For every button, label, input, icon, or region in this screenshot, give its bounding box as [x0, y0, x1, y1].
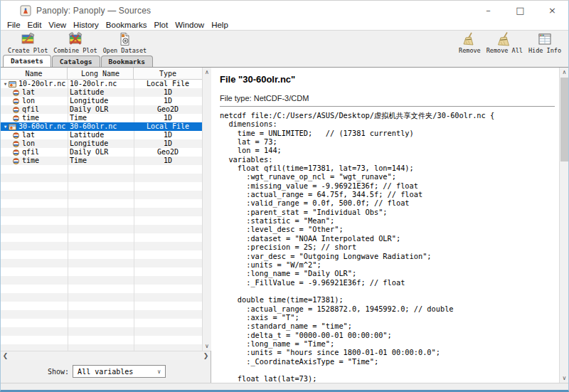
toolbar: Create Plot Combine Plot — [1, 30, 568, 55]
menu-history[interactable]: History — [70, 20, 102, 30]
expand-triangle-icon[interactable]: ▼ — [2, 80, 9, 88]
create-plot-button[interactable]: Create Plot — [5, 31, 50, 55]
variable-icon — [13, 115, 19, 122]
row-type: 1D — [134, 139, 202, 148]
chevron-right-icon[interactable]: ❯ — [201, 351, 211, 361]
hide-info-button[interactable]: Hide Info — [526, 31, 564, 55]
row-name: lon — [22, 97, 35, 105]
main-content: Name Long Name Type ▼ 10-20olr.nc — [1, 67, 568, 383]
table-row[interactable]: lon Longitude 1D — [1, 97, 202, 105]
toolbar-label: Remove All — [486, 47, 523, 54]
toolbar-label: Combine Plot — [53, 47, 97, 54]
remove-button[interactable]: Remove — [456, 31, 484, 55]
expand-triangle-icon[interactable]: ▼ — [2, 122, 9, 131]
chevron-down-icon[interactable]: ∨ — [203, 341, 212, 351]
table-row[interactable]: time Time 1D — [1, 114, 202, 122]
open-dataset-button[interactable]: Open Dataset — [100, 31, 149, 55]
tab-datasets[interactable]: Datasets — [3, 55, 51, 67]
table-row[interactable]: lat Latitude 1D — [1, 88, 202, 97]
info-file-type: File type: NetCDF-3/CDM — [220, 94, 555, 102]
row-name: lon — [22, 139, 35, 148]
table-row[interactable]: time Time 1D — [1, 157, 202, 165]
row-long-name: Daily OLR — [68, 105, 134, 114]
remove-all-button[interactable]: Remove All — [484, 31, 526, 55]
table-vertical-scrollbar[interactable]: ∧ ∨ — [202, 68, 211, 351]
row-long-name: Longitude — [68, 139, 134, 148]
table-row[interactable]: ▼ 10-20olr.nc 10-20olr.nc Local File — [1, 80, 202, 88]
table-row-selected[interactable]: ▼ 30-60olr.nc 30-60olr.nc Local File — [1, 122, 202, 131]
row-type: 1D — [134, 88, 202, 97]
row-long-name: Longitude — [68, 97, 134, 105]
chevron-up-icon[interactable]: ∧ — [560, 68, 569, 77]
table-row[interactable]: qfil Daily OLR Geo2D — [1, 148, 202, 157]
row-type: 1D — [134, 114, 202, 122]
maximize-icon[interactable]: □ — [504, 1, 536, 20]
chevron-down-icon: ∨ — [157, 369, 161, 375]
dataset-file-icon — [9, 124, 16, 130]
menu-help[interactable]: Help — [208, 20, 232, 30]
row-type: 1D — [134, 97, 202, 105]
toolbar-label: Hide Info — [528, 47, 561, 54]
variable-icon — [13, 98, 19, 105]
row-name: 30-60olr.nc — [18, 122, 65, 131]
show-filter-row: Show: All variables ∨ — [1, 360, 211, 383]
tab-bookmarks[interactable]: Bookmarks — [101, 55, 153, 67]
datasets-pane: Name Long Name Type ▼ 10-20olr.nc — [1, 68, 211, 383]
dataset-file-icon — [9, 81, 16, 88]
panoply-app-icon — [20, 5, 31, 16]
row-type: Geo2D — [134, 105, 202, 114]
table-horizontal-scrollbar[interactable]: ❮ ❯ — [1, 351, 211, 360]
row-name: 10-20olr.nc — [18, 80, 65, 88]
info-vertical-scrollbar[interactable]: ∧ ∨ — [559, 68, 568, 383]
row-name: lat — [22, 131, 35, 139]
menu-bookmarks[interactable]: Bookmarks — [102, 20, 151, 30]
row-long-name: Latitude — [68, 131, 134, 139]
minimize-icon[interactable]: – — [472, 1, 504, 20]
netcdf-cdl-text: netcdf file:/C:/Users/ASUS/Desktop/虚拟机共享… — [220, 111, 555, 383]
info-body: File "30-60olr.nc" File type: NetCDF-3/C… — [211, 68, 559, 383]
show-variables-value: All variables — [78, 368, 133, 376]
show-variables-select[interactable]: All variables ∨ — [73, 365, 166, 378]
variable-icon — [13, 132, 19, 139]
close-icon[interactable]: × — [536, 1, 568, 20]
row-name: time — [22, 157, 39, 165]
remove-broom-icon — [461, 31, 478, 47]
variable-icon — [13, 107, 19, 113]
info-file-title: File "30-60olr.nc" — [220, 74, 555, 85]
scrollbar-thumb[interactable] — [560, 78, 568, 161]
table-row[interactable]: lat Latitude 1D — [1, 131, 202, 139]
variable-icon — [13, 141, 19, 147]
row-long-name: Daily OLR — [68, 148, 134, 157]
menu-bar: File Edit View History Bookmarks Plot Wi… — [1, 20, 568, 30]
chevron-up-icon[interactable]: ∧ — [203, 68, 212, 77]
datasets-table: Name Long Name Type ▼ 10-20olr.nc — [1, 68, 202, 351]
column-header-type[interactable]: Type — [134, 68, 202, 79]
row-long-name: Time — [68, 157, 134, 165]
table-row[interactable]: lon Longitude 1D — [1, 139, 202, 148]
open-dataset-icon — [116, 31, 133, 47]
table-header: Name Long Name Type — [1, 68, 202, 80]
panoply-sources-window: Panoply: Panoply — Sources – □ × File Ed… — [0, 0, 569, 392]
table-row[interactable]: qfil Daily OLR Geo2D — [1, 105, 202, 114]
column-header-long-name[interactable]: Long Name — [68, 68, 134, 79]
menu-view[interactable]: View — [45, 20, 70, 30]
row-type: Geo2D — [134, 148, 202, 157]
toolbar-label: Open Dataset — [103, 47, 147, 54]
chevron-down-icon[interactable]: ∨ — [560, 374, 569, 383]
toolbar-label: Create Plot — [8, 47, 48, 54]
combine-plot-button[interactable]: Combine Plot — [50, 31, 100, 55]
tab-catalogs[interactable]: Catalogs — [52, 55, 100, 67]
menu-file[interactable]: File — [4, 20, 24, 30]
menu-window[interactable]: Window — [171, 20, 208, 30]
variable-icon — [13, 158, 19, 164]
chevron-left-icon[interactable]: ❮ — [1, 351, 10, 361]
row-name: time — [22, 114, 39, 122]
row-long-name: 30-60olr.nc — [68, 122, 134, 131]
menu-plot[interactable]: Plot — [150, 20, 171, 30]
toolbar-label: Remove — [459, 47, 481, 54]
remove-all-broom-icon — [496, 31, 513, 47]
column-header-name[interactable]: Name — [1, 68, 68, 79]
menu-edit[interactable]: Edit — [24, 20, 46, 30]
title-bar: Panoply: Panoply — Sources – □ × — [1, 1, 568, 20]
row-name: qfil — [22, 148, 39, 157]
